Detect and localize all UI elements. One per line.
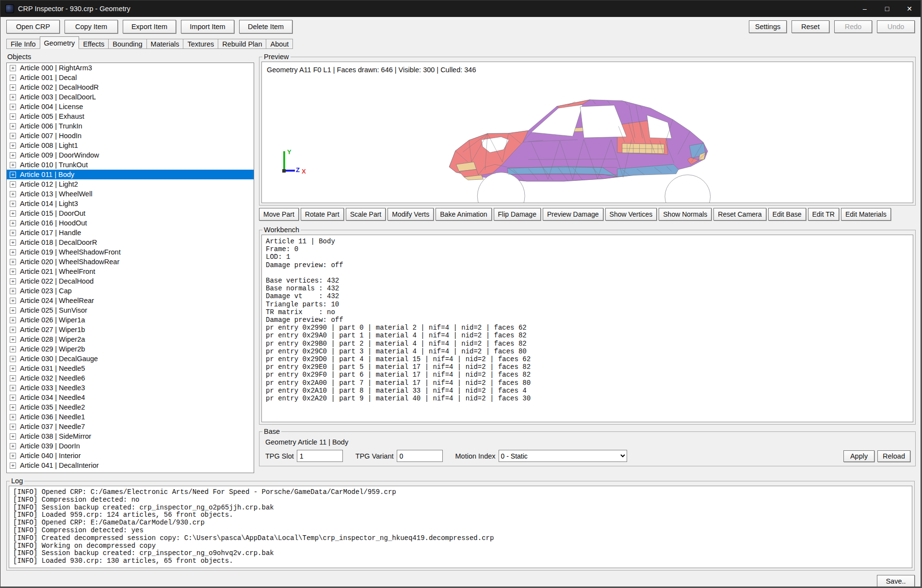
expand-icon[interactable]: + — [10, 298, 16, 304]
tree-item-article-009[interactable]: +Article 009 | DoorWindow — [7, 150, 254, 160]
objects-tree[interactable]: +Article 000 | RightArm3+Article 001 | D… — [6, 63, 254, 473]
toolbar-button-copy-item[interactable]: Copy Item — [65, 20, 118, 33]
tree-item-article-031[interactable]: +Article 031 | Needle5 — [7, 364, 254, 373]
expand-icon[interactable]: + — [10, 152, 16, 159]
expand-icon[interactable]: + — [10, 123, 16, 129]
expand-icon[interactable]: + — [10, 143, 16, 149]
expand-icon[interactable]: + — [10, 395, 16, 401]
expand-icon[interactable]: + — [10, 404, 16, 411]
tab-textures[interactable]: Textures — [183, 39, 218, 49]
tree-item-article-007[interactable]: +Article 007 | HoodIn — [7, 131, 254, 141]
tree-item-article-000[interactable]: +Article 000 | RightArm3 — [7, 63, 254, 73]
tree-item-article-006[interactable]: +Article 006 | TrunkIn — [7, 121, 254, 131]
tree-item-article-035[interactable]: +Article 035 | Needle2 — [7, 402, 254, 412]
action-button-move-part[interactable]: Move Part — [259, 208, 299, 221]
toolbar-button-settings[interactable]: Settings — [749, 20, 787, 33]
tree-item-article-034[interactable]: +Article 034 | Needle4 — [7, 393, 254, 402]
expand-icon[interactable]: + — [10, 94, 16, 100]
expand-icon[interactable]: + — [10, 65, 16, 71]
tree-item-article-039[interactable]: +Article 039 | DoorIn — [7, 441, 254, 451]
action-button-show-normals[interactable]: Show Normals — [659, 208, 712, 221]
expand-icon[interactable]: + — [10, 307, 16, 314]
tree-item-article-033[interactable]: +Article 033 | Needle3 — [7, 383, 254, 393]
action-button-bake-animation[interactable]: Bake Animation — [436, 208, 491, 221]
expand-icon[interactable]: + — [10, 113, 16, 120]
tpg-slot-input[interactable] — [297, 450, 343, 462]
motion-index-select[interactable]: 0 - Static — [499, 450, 627, 462]
action-button-modify-verts[interactable]: Modify Verts — [388, 208, 434, 221]
tree-item-article-016[interactable]: +Article 016 | HoodOut — [7, 218, 254, 228]
expand-icon[interactable]: + — [10, 288, 16, 294]
action-button-edit-tr[interactable]: Edit TR — [808, 208, 839, 221]
save-button[interactable]: Save.. — [877, 575, 915, 587]
action-button-rotate-part[interactable]: Rotate Part — [301, 208, 344, 221]
preview-viewport[interactable]: Geometry A11 F0 L1 | Faces drawn: 646 | … — [261, 62, 913, 203]
expand-icon[interactable]: + — [10, 366, 16, 372]
expand-icon[interactable]: + — [10, 201, 16, 207]
action-button-flip-damage[interactable]: Flip Damage — [494, 208, 541, 221]
tree-item-article-037[interactable]: +Article 037 | Needle7 — [7, 422, 254, 431]
toolbar-button-reset[interactable]: Reset — [792, 20, 829, 33]
tree-item-article-013[interactable]: +Article 013 | WheelWell — [7, 189, 254, 199]
minimize-button[interactable]: – — [854, 0, 876, 17]
tab-bounding[interactable]: Bounding — [108, 39, 146, 49]
tpg-variant-input[interactable] — [397, 450, 443, 462]
tree-item-article-027[interactable]: +Article 027 | Wiper1b — [7, 325, 254, 334]
tree-item-article-003[interactable]: +Article 003 | DecalDoorL — [7, 92, 254, 102]
tree-item-article-014[interactable]: +Article 014 | Light3 — [7, 199, 254, 208]
tab-about[interactable]: About — [266, 39, 293, 49]
expand-icon[interactable]: + — [10, 278, 16, 285]
tree-item-article-028[interactable]: +Article 028 | Wiper2a — [7, 334, 254, 344]
action-button-scale-part[interactable]: Scale Part — [346, 208, 386, 221]
expand-icon[interactable]: + — [10, 75, 16, 81]
expand-icon[interactable]: + — [10, 104, 16, 110]
apply-button[interactable]: Apply — [843, 450, 874, 462]
expand-icon[interactable]: + — [10, 84, 16, 91]
maximize-button[interactable]: □ — [876, 0, 898, 17]
expand-icon[interactable]: + — [10, 375, 16, 381]
tree-item-article-010[interactable]: +Article 010 | TrunkOut — [7, 160, 254, 170]
expand-icon[interactable]: + — [10, 327, 16, 333]
action-button-reset-camera[interactable]: Reset Camera — [713, 208, 766, 221]
tree-item-article-036[interactable]: +Article 036 | Needle1 — [7, 412, 254, 422]
expand-icon[interactable]: + — [10, 162, 16, 168]
expand-icon[interactable]: + — [10, 249, 16, 255]
tree-item-article-012[interactable]: +Article 012 | Light2 — [7, 179, 254, 189]
tree-item-article-008[interactable]: +Article 008 | Light1 — [7, 141, 254, 150]
toolbar-button-delete-item[interactable]: Delete Item — [239, 20, 292, 33]
action-button-edit-base[interactable]: Edit Base — [768, 208, 806, 221]
tab-geometry[interactable]: Geometry — [40, 36, 80, 49]
tree-item-article-021[interactable]: +Article 021 | WheelFront — [7, 267, 254, 276]
tree-item-article-022[interactable]: +Article 022 | DecalHood — [7, 276, 254, 286]
tree-item-article-024[interactable]: +Article 024 | WheelRear — [7, 296, 254, 305]
expand-icon[interactable]: + — [10, 462, 16, 469]
tree-item-article-038[interactable]: +Article 038 | SideMirror — [7, 431, 254, 441]
expand-icon[interactable]: + — [10, 269, 16, 275]
tree-item-article-020[interactable]: +Article 020 | WheelShadowRear — [7, 257, 254, 267]
tree-item-article-025[interactable]: +Article 025 | SunVisor — [7, 305, 254, 315]
tree-item-article-015[interactable]: +Article 015 | DoorOut — [7, 208, 254, 218]
tree-item-article-005[interactable]: +Article 005 | Exhaust — [7, 111, 254, 121]
expand-icon[interactable]: + — [10, 230, 16, 236]
toolbar-button-undo[interactable]: Undo — [877, 20, 915, 33]
expand-icon[interactable]: + — [10, 191, 16, 197]
expand-icon[interactable]: + — [10, 414, 16, 420]
toolbar-button-redo[interactable]: Redo — [834, 20, 872, 33]
tab-materials[interactable]: Materials — [146, 39, 184, 49]
expand-icon[interactable]: + — [10, 133, 16, 139]
expand-icon[interactable]: + — [10, 239, 16, 246]
tree-item-article-011[interactable]: +Article 011 | Body — [7, 170, 254, 179]
tree-item-article-023[interactable]: +Article 023 | Cap — [7, 286, 254, 296]
expand-icon[interactable]: + — [10, 210, 16, 217]
toolbar-button-import-item[interactable]: Import Item — [181, 20, 234, 33]
expand-icon[interactable]: + — [10, 385, 16, 391]
expand-icon[interactable]: + — [10, 259, 16, 265]
tab-effects[interactable]: Effects — [79, 39, 109, 49]
tree-item-article-040[interactable]: +Article 040 | Interior — [7, 451, 254, 461]
toolbar-button-open-crp[interactable]: Open CRP — [6, 20, 60, 33]
tree-item-article-019[interactable]: +Article 019 | WheelShadowFront — [7, 247, 254, 257]
close-button[interactable]: ✕ — [898, 0, 921, 17]
expand-icon[interactable]: + — [10, 346, 16, 352]
tree-item-article-017[interactable]: +Article 017 | Handle — [7, 228, 254, 238]
tree-item-article-041[interactable]: +Article 041 | DecalInterior — [7, 461, 254, 470]
